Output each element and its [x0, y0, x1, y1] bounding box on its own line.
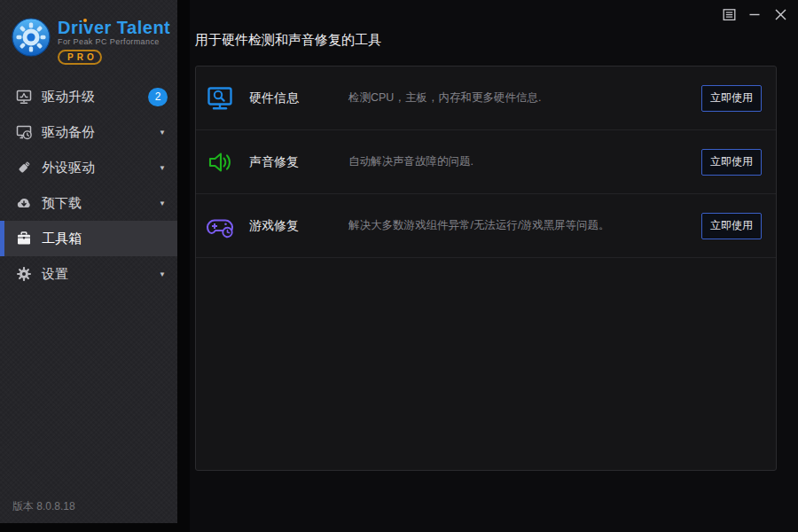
tool-row-hardware-info: 硬件信息 检测CPU，主板，内存和更多硬件信息. 立即使用: [196, 66, 776, 130]
app-subtitle: For Peak PC Performance: [58, 37, 170, 46]
use-now-button-sound-repair[interactable]: 立即使用: [701, 149, 762, 176]
use-now-button-game-repair[interactable]: 立即使用: [701, 213, 762, 239]
window-controls: [722, 7, 787, 21]
sidebar-item-label: 驱动升级: [42, 89, 95, 106]
sidebar-item-label: 设置: [42, 266, 68, 283]
chevron-down-icon: ▼: [159, 200, 166, 207]
sidebar-item-label: 驱动备份: [42, 124, 95, 141]
close-button[interactable]: [773, 7, 787, 21]
sidebar-item-label: 工具箱: [42, 231, 82, 247]
chevron-down-icon: ▼: [159, 164, 166, 172]
driver-update-icon: [16, 89, 32, 105]
sidebar-item-driver-backup[interactable]: 驱动备份 ▼: [0, 114, 177, 150]
sidebar-item-driver-update[interactable]: 驱动升级 2: [0, 79, 177, 114]
sidebar-menu: 驱动升级 2 驱动备份 ▼ 外设驱动 ▼: [0, 79, 177, 292]
app-logo: Driver Talent For Peak PC Performance PR…: [0, 0, 177, 65]
sidebar-item-toolbox[interactable]: 工具箱: [0, 221, 177, 256]
predownload-icon: [16, 195, 32, 211]
sidebar-item-settings[interactable]: 设置 ▼: [0, 256, 177, 292]
logo-i-dot: [83, 19, 87, 22]
page-title: 用于硬件检测和声音修复的工具: [195, 32, 798, 49]
logo-gear-icon: [12, 18, 51, 57]
window-menu-button[interactable]: [722, 7, 736, 21]
settings-gear-icon: [16, 266, 32, 282]
update-count-badge: 2: [148, 88, 168, 106]
sidebar: Driver Talent For Peak PC Performance PR…: [0, 0, 177, 523]
peripheral-driver-icon: [16, 160, 32, 176]
sound-repair-icon: [205, 147, 235, 177]
sidebar-item-predownload[interactable]: 预下载 ▼: [0, 185, 177, 221]
tool-row-sound-repair: 声音修复 自动解决声音故障的问题. 立即使用: [196, 130, 776, 194]
app-title: Driver Talent: [58, 18, 170, 37]
main-area: 用于硬件检测和声音修复的工具 硬件信息 检测CPU，主板，内存和更多硬件信息. …: [190, 0, 798, 532]
tool-description: 自动解决声音故障的问题.: [348, 154, 701, 169]
sidebar-item-label: 预下载: [42, 195, 82, 212]
pro-badge: PRO: [58, 50, 102, 65]
use-now-button-hardware-info[interactable]: 立即使用: [701, 85, 762, 112]
tools-panel: 硬件信息 检测CPU，主板，内存和更多硬件信息. 立即使用 声音修复 自动解决声…: [195, 66, 777, 471]
chevron-down-icon: ▼: [159, 129, 166, 137]
minimize-button[interactable]: [747, 7, 762, 21]
hardware-info-icon: [205, 83, 235, 113]
driver-backup-icon: [16, 124, 32, 140]
tool-row-game-repair: 游戏修复 解决大多数游戏组件异常/无法运行/游戏黑屏等问题。 立即使用: [196, 194, 776, 258]
tool-description: 检测CPU，主板，内存和更多硬件信息.: [348, 90, 701, 106]
toolbox-icon: [16, 231, 32, 246]
tool-description: 解决大多数游戏组件异常/无法运行/游戏黑屏等问题。: [348, 218, 701, 233]
minimize-icon: [748, 8, 761, 20]
game-repair-icon: [205, 211, 235, 241]
tool-name: 声音修复: [249, 154, 348, 170]
close-icon: [774, 8, 787, 21]
tool-name: 游戏修复: [249, 218, 348, 234]
menu-icon: [723, 8, 736, 21]
tool-name: 硬件信息: [249, 90, 348, 106]
sidebar-item-peripheral-driver[interactable]: 外设驱动 ▼: [0, 150, 177, 185]
chevron-down-icon: ▼: [159, 270, 166, 278]
sidebar-item-label: 外设驱动: [42, 160, 95, 176]
version-label: 版本 8.0.8.18: [12, 499, 75, 514]
